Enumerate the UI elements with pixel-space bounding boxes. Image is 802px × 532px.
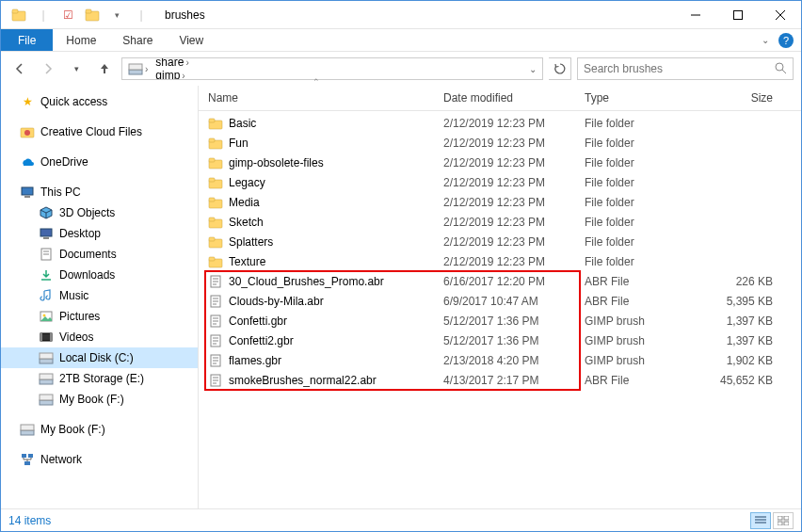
file-type: GIMP brush [585,334,698,347]
file-row[interactable]: smokeBrushes_normal22.abr4/13/2017 2:17 … [208,370,801,390]
file-type: File folder [585,176,698,189]
music-icon [39,288,54,303]
col-name[interactable]: Name [208,91,443,105]
file-row[interactable]: flames.gbr2/13/2018 4:20 PMGIMP brush1,9… [208,350,801,370]
column-headers: Name Date modified Type Size [199,85,801,111]
nav-item[interactable]: Local Disk (C:) [1,347,198,368]
nav-onedrive[interactable]: OneDrive [1,152,198,172]
folder-row[interactable]: Basic2/12/2019 12:23 PMFile folder [208,113,801,133]
svg-rect-49 [209,218,215,221]
folder-row[interactable]: Texture2/12/2019 12:23 PMFile folder [208,251,801,271]
nav-label: My Book (F:) [59,393,124,406]
folder-icon [208,136,223,151]
nav-item[interactable]: Downloads [1,265,198,285]
nav-item[interactable]: Pictures [1,306,198,327]
navigation-pane: ★Quick access Creative Cloud Files OneDr… [1,86,199,508]
nav-label: Local Disk (C:) [59,351,134,364]
search-icon[interactable] [774,61,787,77]
ribbon-expand-icon[interactable]: ⌄ [762,35,769,45]
file-date: 6/9/2017 10:47 AM [443,295,585,308]
file-row[interactable]: Confetti2.gbr5/12/2017 1:36 PMGIMP brush… [208,330,801,350]
network-icon [20,452,35,467]
qa-properties[interactable]: ☑ [57,5,78,25]
view-details-button[interactable] [750,512,771,529]
file-date: 2/12/2019 12:23 PM [443,156,585,169]
file-icon [208,274,223,289]
file-row[interactable]: Confetti.gbr5/12/2017 1:36 PMGIMP brush1… [208,311,801,330]
folder-row[interactable]: Media2/12/2019 12:23 PMFile folder [208,192,801,212]
tab-view[interactable]: View [166,29,217,51]
folder-row[interactable]: Sketch2/12/2019 12:23 PMFile folder [208,212,801,232]
nav-label: Music [59,289,88,302]
file-size: 1,397 KB [698,314,792,328]
nav-item[interactable]: Videos [1,327,198,347]
recent-dropdown[interactable]: ▾ [65,57,88,80]
qa-newfolder[interactable] [82,5,103,25]
nav-item[interactable]: 3D Objects [1,202,198,223]
breadcrumb-dropdown-icon[interactable]: ⌄ [525,64,540,74]
svg-rect-51 [209,237,215,241]
folder-row[interactable]: Fun2/12/2019 12:23 PMFile folder [208,133,801,153]
refresh-button[interactable] [549,57,571,80]
nav-label: Videos [59,330,93,344]
view-large-button[interactable] [773,512,794,529]
maximize-button[interactable] [716,1,759,29]
col-type[interactable]: Type [585,91,698,105]
file-date: 2/12/2019 12:23 PM [443,216,585,229]
file-list[interactable]: Basic2/12/2019 12:23 PMFile folderFun2/1… [199,111,801,508]
nav-network[interactable]: Network [1,449,198,470]
minimize-button[interactable] [674,1,716,29]
tab-file[interactable]: File [1,29,53,51]
video-icon [39,330,54,345]
nav-quick-access[interactable]: ★Quick access [1,91,198,112]
svg-rect-33 [21,430,34,435]
nav-my-book[interactable]: My Book (F:) [1,419,198,440]
file-date: 5/12/2017 1:36 PM [443,334,585,347]
file-size: 45,652 KB [698,374,792,387]
nav-creative-cloud[interactable]: Creative Cloud Files [1,121,198,142]
file-type: File folder [585,137,698,150]
file-type: File folder [585,216,698,229]
forward-button[interactable] [37,57,59,80]
svg-rect-65 [778,522,782,525]
col-size[interactable]: Size [698,91,792,105]
file-icon [208,353,223,368]
svg-rect-45 [209,178,215,182]
folder-row[interactable]: Legacy2/12/2019 12:23 PMFile folder [208,172,801,192]
file-type: File folder [585,117,698,130]
help-icon[interactable]: ? [778,33,794,48]
file-row[interactable]: 30_Cloud_Brushes_Promo.abr6/16/2017 12:2… [208,271,801,291]
tab-share[interactable]: Share [109,29,166,51]
col-date[interactable]: Date modified [443,91,585,105]
search-input[interactable] [584,62,753,75]
drive-icon [128,61,143,76]
nav-item[interactable]: Desktop [1,223,198,244]
file-icon [208,294,223,309]
svg-rect-47 [209,198,215,202]
nav-item[interactable]: Music [1,285,198,306]
desktop-icon [39,226,54,241]
file-type: File folder [585,156,698,169]
nav-this-pc[interactable]: This PC [1,182,198,202]
tab-home[interactable]: Home [53,29,109,51]
file-type: ABR File [585,374,698,387]
breadcrumb-segment[interactable]: share › [152,57,234,69]
nav-label: Documents [59,248,117,261]
search-box[interactable] [577,57,794,80]
folder-row[interactable]: gimp-obsolete-files2/12/2019 12:23 PMFil… [208,153,801,172]
qa-dropdown[interactable]: ▾ [106,5,127,25]
file-icon [208,333,223,348]
svg-rect-25 [40,333,42,341]
file-name: Confetti2.gbr [229,334,294,347]
nav-item[interactable]: 2TB Storage (E:) [1,368,198,389]
back-button[interactable] [8,57,31,80]
up-button[interactable] [93,57,116,80]
file-name: flames.gbr [229,354,281,367]
file-date: 2/12/2019 12:23 PM [443,176,585,189]
file-row[interactable]: Clouds-by-Mila.abr6/9/2017 10:47 AMABR F… [208,291,801,311]
close-button[interactable] [759,1,801,29]
svg-rect-28 [40,353,53,359]
folder-row[interactable]: Splatters2/12/2019 12:23 PMFile folder [208,232,801,251]
nav-item[interactable]: My Book (F:) [1,389,198,410]
nav-item[interactable]: Documents [1,244,198,265]
